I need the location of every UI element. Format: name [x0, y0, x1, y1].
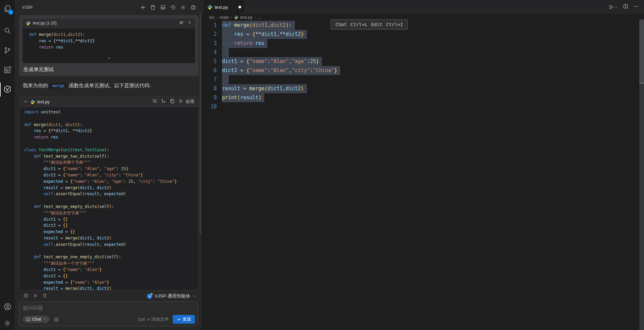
chevron-down-icon: [193, 294, 197, 298]
code-block-header: test.py 应用: [19, 97, 198, 107]
active-file-hint[interactable]: Ctrl 活动文件: [138, 316, 169, 322]
remove-snippet-icon[interactable]: [187, 20, 192, 26]
code-line: dict2 = {}: [24, 222, 198, 229]
minimap-slider[interactable]: [639, 19, 644, 83]
insert-at-cursor-icon[interactable]: [152, 99, 157, 105]
more-actions-icon[interactable]: [633, 4, 639, 10]
breadcrumb-src[interactable]: src: [209, 15, 215, 20]
extensions-icon[interactable]: [3, 65, 12, 74]
generated-code: import unittest def merge(dict1, dict2):…: [19, 107, 198, 290]
code-line: def test_merge_two_dicts(self):: [24, 153, 198, 160]
database-icon[interactable]: [149, 3, 157, 11]
editor-group: test.py src › main › test.py › ... 1def·…: [201, 0, 644, 330]
code-line: 6dict2·=·{"name":"Alan","city":"China"}: [201, 66, 637, 75]
vjsp-agent-icon[interactable]: [3, 85, 12, 94]
collapse-code-icon[interactable]: [23, 99, 28, 105]
tooltip-edit-key: Ctrl+I: [386, 22, 403, 27]
code-line: dict1 = {"name": "Alan"}: [24, 267, 198, 273]
agent-selector[interactable]: v VJSP-通用智能体: [147, 293, 197, 299]
python-icon: [30, 100, 35, 104]
enter-key-icon: [176, 317, 181, 322]
code-line: import unittest: [24, 109, 198, 115]
breadcrumb-main[interactable]: main: [220, 15, 229, 20]
code-line: 1def·merge(dict1,dict2):: [201, 21, 637, 30]
mode-label: Chat: [32, 317, 41, 322]
enter-key-icon: [146, 317, 150, 322]
context-snippet-card: test.py (1-10) def merge(dict1,dict2): r…: [22, 18, 196, 63]
python-icon: [26, 21, 31, 25]
code-line: 5dict1·=·{"name":"Alan","age":25}: [201, 57, 637, 66]
hide-snippet-icon[interactable]: [179, 20, 184, 26]
code-line: expected = {"name": "Alan"}: [24, 279, 198, 286]
hint-ctrl: Ctrl: [138, 317, 145, 322]
code-line: 2····res·=·{**dict1,**dict2}: [201, 30, 637, 39]
expand-snippet-icon[interactable]: [107, 56, 111, 62]
regenerate-icon[interactable]: [33, 293, 38, 299]
chat-list-icon[interactable]: [23, 293, 29, 299]
copy-code-icon[interactable]: [170, 99, 175, 105]
mode-select-chat[interactable]: Chat: [23, 316, 49, 323]
help-icon[interactable]: [189, 3, 197, 11]
history-icon[interactable]: [169, 3, 177, 11]
insert-into-file-icon[interactable]: [161, 99, 166, 105]
chevron-down-icon: [614, 5, 618, 9]
code-line: class TestMerge(unittest.TestCase):: [24, 147, 198, 153]
user-prompt-text: 生成单元测试: [22, 66, 196, 73]
code-line: result = merge(dict1, dict2): [24, 235, 198, 241]
inline-chat-tooltip[interactable]: Chat Ctrl+L Edit Ctrl+I: [331, 19, 408, 30]
followup-input[interactable]: 追问问题 Chat @ Ctrl 活动文件 发送: [19, 301, 198, 326]
account-icon[interactable]: [3, 302, 12, 311]
user-message-card: test.py (1-10) def merge(dict1,dict2): r…: [19, 15, 199, 76]
send-button[interactable]: 发送: [173, 315, 195, 324]
breadcrumb-file[interactable]: test.py: [240, 15, 253, 20]
source-control-icon[interactable]: [3, 46, 12, 55]
code-line: result = merge(dict1, dict2): [24, 185, 198, 191]
code-block-filename: test.py: [37, 100, 50, 104]
code-line: res = {**dict1, **dict2}: [24, 128, 198, 134]
code-line: self.assertEqual(result, expected): [24, 191, 198, 197]
assistant-message-text: 我来为你的 merge 函数生成单元测试。以下是测试代码:: [23, 82, 197, 89]
snippet-code: def merge(dict1,dict2): res = {**dict1,*…: [22, 28, 195, 51]
code-line: 9print(result): [201, 93, 637, 102]
vjsp-badge-icon: v: [147, 293, 152, 299]
code-line: expected = {"name": "Alan", "age": 25, "…: [24, 178, 198, 185]
code-line: [24, 248, 198, 254]
gear-icon[interactable]: [179, 3, 187, 11]
modified-indicator[interactable]: [238, 6, 241, 8]
chat-input-panel: v VJSP-通用智能体 追问问题 Chat @ Ctrl 活动文件: [15, 291, 201, 330]
tooltip-chat-key: Ctrl+L: [351, 22, 368, 27]
minimap[interactable]: [639, 19, 644, 330]
python-icon: [234, 15, 238, 19]
tab-bar: test.py: [201, 0, 644, 14]
code-line: return res: [29, 44, 195, 51]
python-icon: [207, 5, 212, 10]
search-icon[interactable]: [3, 26, 12, 36]
editor-code-area[interactable]: 1def·merge(dict1,dict2):2····res·=·{**di…: [201, 21, 637, 111]
activity-bar: 1: [0, 0, 15, 330]
run-code-icon[interactable]: [178, 99, 183, 105]
breadcrumb[interactable]: src › main › test.py › ...: [201, 14, 644, 21]
panel-title: VJSP: [22, 5, 33, 10]
chat-bubble-icon: [26, 317, 31, 322]
settings-gear-icon[interactable]: [3, 319, 12, 328]
code-line: expected = {}: [24, 229, 198, 235]
explorer-icon[interactable]: 1: [3, 4, 12, 13]
new-chat-icon[interactable]: [139, 3, 147, 11]
breadcrumb-symbol[interactable]: ...: [258, 15, 261, 20]
code-line: 8result·=·merge(dict1,dict2): [201, 84, 637, 93]
chevron-right-icon: ›: [217, 15, 218, 19]
clear-chat-icon[interactable]: [42, 293, 47, 299]
save-session-icon[interactable]: [159, 3, 167, 11]
apply-code-button[interactable]: 应用: [186, 99, 194, 105]
mention-button[interactable]: @: [54, 317, 59, 322]
agent-label: VJSP-通用智能体: [155, 293, 190, 299]
input-placeholder: 追问问题: [23, 305, 194, 311]
send-label: 发送: [182, 316, 191, 322]
run-python-button[interactable]: [608, 4, 618, 10]
code-line: 10: [201, 102, 637, 111]
split-editor-icon[interactable]: [623, 4, 628, 10]
tab-testpy[interactable]: test.py: [204, 0, 245, 14]
code-line: res = {**dict1,**dict2}: [29, 38, 195, 44]
explorer-badge: 1: [8, 9, 13, 15]
chevron-right-icon: ›: [255, 15, 256, 19]
